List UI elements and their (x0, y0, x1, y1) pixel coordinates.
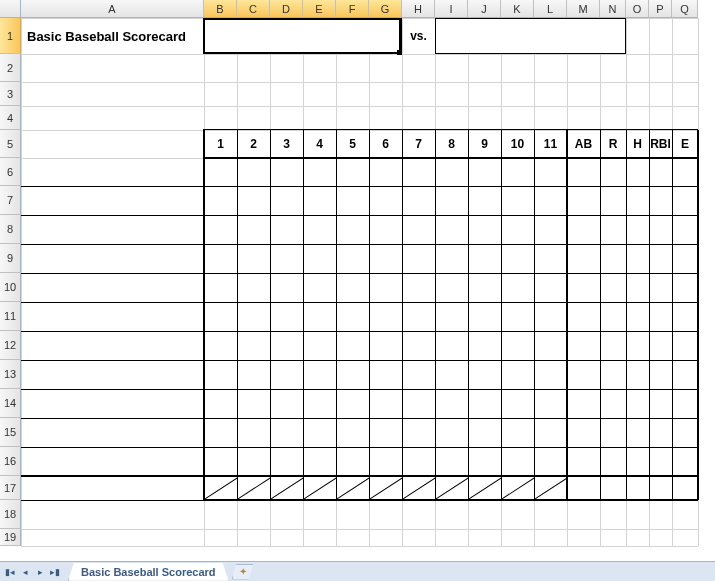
row-header-11[interactable]: 11 (0, 302, 21, 331)
tab-nav-next[interactable]: ▸ (33, 564, 47, 579)
row-header-6[interactable]: 6 (0, 158, 21, 186)
row-header-12[interactable]: 12 (0, 331, 21, 360)
tab-nav-last[interactable]: ▸▮ (48, 564, 62, 579)
sheet-tab-active[interactable]: Basic Baseball Scorecard (68, 563, 229, 581)
row-header-1[interactable]: 1 (0, 18, 21, 54)
player-name-cell[interactable] (21, 244, 204, 273)
row-header-19[interactable]: 19 (0, 529, 21, 546)
row-header-18[interactable]: 18 (0, 500, 21, 529)
player-name-cell[interactable] (21, 215, 204, 244)
row-header-5[interactable]: 5 (0, 130, 21, 158)
player-name-cell[interactable] (21, 418, 204, 447)
player-name-cell[interactable] (21, 331, 204, 360)
row-header-13[interactable]: 13 (0, 360, 21, 389)
row-header-9[interactable]: 9 (0, 244, 21, 273)
column-header-M[interactable]: M (567, 0, 600, 18)
row-header-2[interactable]: 2 (0, 54, 21, 82)
row-header-4[interactable]: 4 (0, 106, 21, 130)
row-header-8[interactable]: 8 (0, 215, 21, 244)
row-header-15[interactable]: 15 (0, 418, 21, 447)
inning-total-cell-7[interactable] (402, 476, 435, 500)
column-header-P[interactable]: P (649, 0, 672, 18)
column-header-B[interactable]: B (204, 0, 237, 18)
row-header-16[interactable]: 16 (0, 447, 21, 476)
column-header-O[interactable]: O (626, 0, 649, 18)
team1-input-box[interactable] (204, 18, 402, 54)
player-name-cell[interactable] (21, 447, 204, 476)
inning-total-cell-5[interactable] (336, 476, 369, 500)
inning-total-cell-1[interactable] (204, 476, 237, 500)
tab-nav-first[interactable]: ▮◂ (3, 564, 17, 579)
inning-total-cell-2[interactable] (237, 476, 270, 500)
player-name-cell[interactable] (21, 302, 204, 331)
player-name-cell[interactable] (21, 186, 204, 215)
column-header-C[interactable]: C (237, 0, 270, 18)
column-header-J[interactable]: J (468, 0, 501, 18)
sheet-tab-bar: ▮◂ ◂ ▸ ▸▮ Basic Baseball Scorecard ✦ (0, 561, 715, 581)
team2-input-box[interactable] (435, 18, 626, 54)
new-sheet-button[interactable]: ✦ (232, 564, 254, 580)
select-all-corner[interactable] (0, 0, 21, 18)
player-name-cell[interactable] (21, 360, 204, 389)
inning-total-cell-3[interactable] (270, 476, 303, 500)
vs-label: vs. (402, 18, 435, 54)
row-header-14[interactable]: 14 (0, 389, 21, 418)
inning-total-cell-10[interactable] (501, 476, 534, 500)
inning-total-cell-11[interactable] (534, 476, 567, 500)
row-header-7[interactable]: 7 (0, 186, 21, 215)
player-name-cell[interactable] (21, 273, 204, 302)
page-title[interactable]: Basic Baseball Scorecard (21, 18, 204, 54)
row-header-17[interactable]: 17 (0, 476, 21, 500)
inning-total-cell-6[interactable] (369, 476, 402, 500)
column-header-H[interactable]: H (402, 0, 435, 18)
column-header-E[interactable]: E (303, 0, 336, 18)
column-header-L[interactable]: L (534, 0, 567, 18)
inning-total-cell-8[interactable] (435, 476, 468, 500)
inning-total-cell-9[interactable] (468, 476, 501, 500)
column-header-G[interactable]: G (369, 0, 402, 18)
column-header-Q[interactable]: Q (672, 0, 698, 18)
column-header-F[interactable]: F (336, 0, 369, 18)
row-header-3[interactable]: 3 (0, 82, 21, 106)
inning-total-cell-4[interactable] (303, 476, 336, 500)
column-header-N[interactable]: N (600, 0, 626, 18)
row-header-10[interactable]: 10 (0, 273, 21, 302)
player-name-cell[interactable] (21, 389, 204, 418)
player-name-cell[interactable] (21, 158, 204, 186)
column-header-A[interactable]: A (21, 0, 204, 18)
tab-nav-prev[interactable]: ◂ (18, 564, 32, 579)
column-header-D[interactable]: D (270, 0, 303, 18)
column-header-K[interactable]: K (501, 0, 534, 18)
column-header-I[interactable]: I (435, 0, 468, 18)
